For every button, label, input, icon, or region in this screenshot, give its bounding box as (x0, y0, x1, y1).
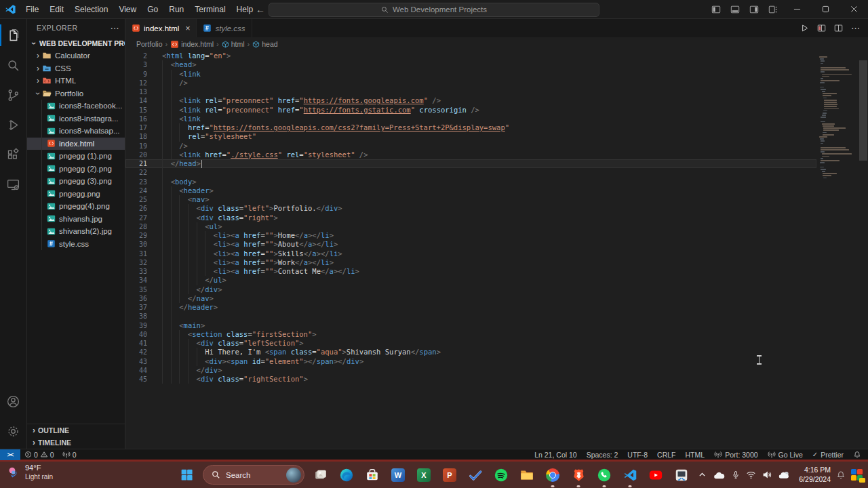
menu-file[interactable]: File (20, 3, 44, 16)
taskbar-brave-icon[interactable] (569, 466, 588, 485)
status-ln-21-col-10[interactable]: Ln 21, Col 10 (534, 451, 576, 459)
layout-panel-icon[interactable] (726, 0, 745, 19)
taskbar-excel-icon[interactable]: X (414, 466, 433, 485)
status-prettier[interactable]: ✓Prettier (812, 451, 844, 459)
debug-icon[interactable] (0, 110, 27, 140)
tree-item-html[interactable]: › HTML (27, 75, 125, 87)
tab-style-css[interactable]: style.css (197, 19, 252, 37)
code-line-30[interactable]: 30 <li><a href="">About</a></li> (125, 240, 816, 249)
status-html[interactable]: HTML (686, 451, 705, 459)
remote-explorer-icon[interactable] (0, 169, 27, 199)
tray-widgets-icon[interactable] (851, 469, 863, 481)
code-line-16[interactable]: 16 <link (125, 115, 816, 123)
tree-item-css[interactable]: › CSS (27, 62, 125, 75)
code-line-38[interactable]: 38 (125, 312, 816, 321)
menu-view[interactable]: View (113, 3, 142, 16)
breadcrumb-portfolio[interactable]: Portfolio (136, 40, 163, 48)
taskbar-word-icon[interactable]: W (389, 466, 408, 485)
taskbar-folder-app-icon[interactable] (517, 466, 536, 485)
taskbar-youtube-icon[interactable] (646, 466, 665, 485)
explorer-more-icon[interactable]: ⋯ (111, 23, 119, 33)
code-line-9[interactable]: 9 <link (125, 70, 816, 79)
tray-onedrive-icon[interactable] (713, 470, 726, 481)
code-line-26[interactable]: 26 <div class="left">Portfolio.</div> (125, 204, 816, 213)
layout-sidebar-icon[interactable] (707, 0, 726, 19)
tree-root-folder[interactable]: › WEB DEVELOPMENT PROJ... (27, 37, 125, 49)
taskbar-search[interactable]: Search (203, 465, 304, 485)
code-line-15[interactable]: 15 <link rel="preconnect" href="https://… (125, 106, 816, 115)
taskbar-gallery-icon[interactable] (311, 466, 330, 485)
code-line-24[interactable]: 24 <header> (125, 186, 816, 195)
outline-section[interactable]: › OUTLINE (27, 424, 125, 436)
taskbar-todo-icon[interactable] (466, 466, 485, 485)
menu-run[interactable]: Run (163, 3, 189, 16)
status-spaces-2[interactable]: Spaces: 2 (587, 451, 618, 459)
code-line-36[interactable]: 36 </nav> (125, 294, 816, 303)
remote-indicator[interactable]: >< (0, 449, 20, 460)
code-line-20[interactable]: 20 <link href="./style.css" rel="stylesh… (125, 150, 816, 159)
code-line-31[interactable]: 31 <li><a href="">Skills</a></li> (125, 249, 816, 258)
layout-customize-icon[interactable] (764, 0, 783, 19)
code-line-39[interactable]: 39 <main> (125, 321, 816, 330)
source-control-icon[interactable] (0, 80, 27, 110)
code-line-45[interactable]: 45 <div class="rightSection"> (125, 375, 816, 384)
split-editor-icon[interactable] (834, 24, 843, 33)
code-line-35[interactable]: 35 </div> (125, 285, 816, 294)
code-line-32[interactable]: 32 <li><a href="">Work</a></li> (125, 258, 816, 267)
taskbar-snip-icon[interactable] (672, 466, 691, 485)
tab-index-html[interactable]: index.html × (125, 19, 197, 37)
taskbar-whatsapp-icon[interactable] (595, 466, 614, 485)
back-arrow-icon[interactable]: ← (256, 4, 265, 15)
code-line-23[interactable]: 23 <body> (125, 178, 816, 186)
taskbar-edge-icon[interactable] (337, 466, 356, 485)
tray-volume-icon[interactable] (762, 470, 772, 479)
timeline-section[interactable]: › TIMELINE (27, 436, 125, 449)
status-utf-8[interactable]: UTF-8 (627, 451, 648, 459)
taskbar-chrome-icon[interactable] (543, 466, 562, 485)
taskbar-spotify-icon[interactable] (492, 466, 511, 485)
search-side-icon[interactable] (0, 50, 27, 80)
weather-widget[interactable]: 94°F Light rain (7, 464, 53, 481)
tray-microphone-icon[interactable] (732, 470, 740, 479)
run-button[interactable] (800, 24, 809, 33)
taskbar-store-icon[interactable] (363, 466, 382, 485)
status-port-3000[interactable]: Port: 3000 (714, 451, 757, 459)
extensions-icon[interactable] (0, 140, 27, 169)
code-line-40[interactable]: 40 <section class="firstSection"> (125, 330, 816, 339)
account-icon[interactable] (0, 386, 27, 416)
menu-selection[interactable]: Selection (69, 3, 113, 16)
breadcrumb-html[interactable]: html (222, 40, 245, 48)
close-icon[interactable] (840, 0, 868, 19)
code-line-37[interactable]: 37 </header> (125, 303, 816, 312)
code-line-43[interactable]: 43 <div><span id="element"></span></div> (125, 357, 816, 366)
files-icon[interactable] (0, 20, 27, 50)
split-editor-right-icon[interactable] (817, 24, 826, 33)
maximize-icon[interactable] (811, 0, 840, 19)
ports-status[interactable]: 0 (58, 451, 81, 459)
minimize-icon[interactable] (783, 0, 811, 19)
code-line-27[interactable]: 27 <div class="right"> (125, 214, 816, 222)
settings-gear-icon[interactable] (0, 416, 27, 446)
code-line-42[interactable]: 42 Hi There, I'm <span class="aqua">Shiv… (125, 348, 816, 357)
code-line-33[interactable]: 33 <li><a href="">Contact Me</a></li> (125, 267, 816, 276)
editor-scrollbar[interactable] (859, 60, 867, 161)
code-line-3[interactable]: 3 <head> (125, 60, 816, 69)
code-line-44[interactable]: 44 </div> (125, 366, 816, 375)
code-line-34[interactable]: 34 </ul> (125, 276, 816, 285)
tray-notifications-icon[interactable] (836, 470, 846, 480)
code-line-2[interactable]: 2 <html lang="en"> (125, 52, 816, 60)
menu-terminal[interactable]: Terminal (189, 3, 231, 16)
tree-item-calculator[interactable]: › Calculator (27, 49, 125, 62)
status-go-live[interactable]: Go Live (768, 451, 803, 459)
breadcrumb-index-html[interactable]: index.html (170, 40, 214, 49)
menu-edit[interactable]: Edit (44, 3, 69, 16)
notifications-bell-icon[interactable] (853, 451, 861, 459)
taskbar-powerpoint-icon[interactable]: P (440, 466, 459, 485)
code-line-13[interactable]: 13 (125, 87, 816, 96)
tray-weather-cloud-icon[interactable] (778, 470, 790, 480)
code-line-14[interactable]: 14 <link rel="preconnect" href="https://… (125, 96, 816, 105)
menu-go[interactable]: Go (142, 3, 163, 16)
code-line-17[interactable]: 17 href="https://fonts.googleapis.com/cs… (125, 123, 816, 132)
taskbar-vscode-app-icon[interactable] (620, 466, 639, 485)
code-line-41[interactable]: 41 <div class="leftSection"> (125, 339, 816, 348)
